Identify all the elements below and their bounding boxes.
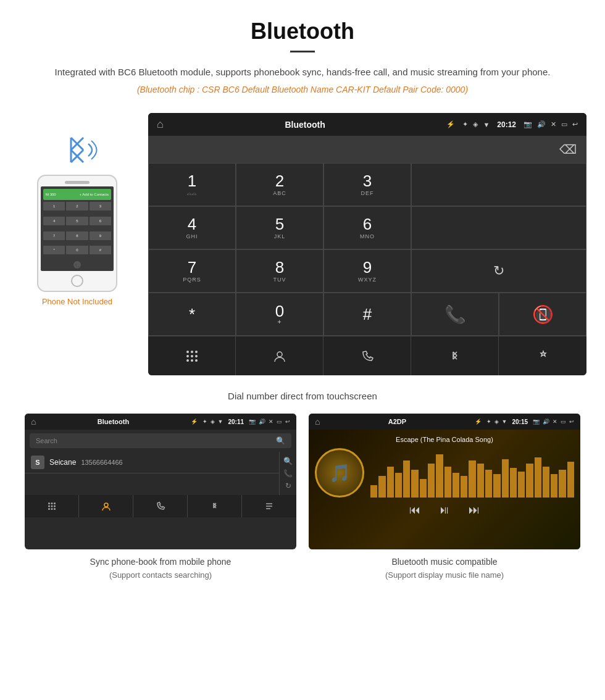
music-sig-icon: ▼: [502, 419, 507, 425]
visualizer-bar: [535, 457, 541, 498]
home-icon[interactable]: ⌂: [157, 118, 164, 131]
pb-search-icon: 🔍: [276, 436, 285, 445]
svg-point-28: [54, 508, 56, 510]
dialer-empty-2: [411, 206, 586, 249]
dial-key-4[interactable]: 4 GHI: [148, 206, 236, 249]
end-call-button[interactable]: 📵: [499, 293, 586, 336]
dialer-title: Bluetooth: [171, 120, 440, 130]
close-icon[interactable]: ✕: [551, 120, 556, 128]
status-icons: ✦ ◈ ▼: [462, 120, 490, 128]
bottom-screens-section: ⌂ Bluetooth ⚡ ✦ ◈ ▼ 20:11 📷 🔊 ✕ ▭ ↩: [0, 414, 605, 581]
pb-settings-btn[interactable]: [242, 495, 296, 517]
visualizer-bar: [420, 479, 427, 498]
music-cam-icon: 📷: [533, 419, 540, 425]
dial-key-5[interactable]: 5 JKL: [236, 206, 323, 249]
back-icon[interactable]: ↩: [572, 120, 578, 128]
phone-key: 6: [90, 217, 111, 225]
phonebook-screen-wrapper: ⌂ Bluetooth ⚡ ✦ ◈ ▼ 20:11 📷 🔊 ✕ ▭ ↩: [19, 414, 302, 581]
pb-home-icon[interactable]: ⌂: [31, 417, 36, 427]
phone-button[interactable]: [323, 336, 411, 375]
phone-key: 0: [66, 246, 88, 254]
music-caption-line1: Bluetooth music compatible: [391, 557, 497, 567]
header-divider: [290, 51, 315, 52]
pb-contact-name: Seicane: [49, 458, 76, 467]
play-pause-button[interactable]: ⏯: [439, 504, 450, 517]
svg-point-29: [104, 503, 108, 507]
svg-point-6: [191, 351, 193, 353]
phone-not-included-label: Phone Not Included: [42, 297, 112, 306]
music-close-icon[interactable]: ✕: [553, 419, 557, 425]
visualizer-bar: [543, 467, 549, 498]
pb-search-placeholder: Search: [36, 437, 57, 444]
music-main-area: 🎵: [315, 448, 574, 498]
location-icon: ◈: [473, 120, 478, 128]
phone-speaker: [65, 181, 90, 184]
pb-search-bar[interactable]: Search 🔍: [30, 433, 291, 448]
dial-key-1[interactable]: 1 ⌓⌓: [148, 163, 236, 206]
pb-bt-btn[interactable]: [188, 495, 242, 517]
prev-track-button[interactable]: ⏮: [409, 504, 420, 517]
contacts-button[interactable]: [236, 336, 323, 375]
pb-contact-row[interactable]: S Seicane 13566664466: [25, 452, 279, 473]
music-topbar: ⌂ A2DP ⚡ ✦ ◈ ▼ 20:15 📷 🔊 ✕ ▭ ↩: [309, 414, 580, 430]
phone-screen-top: M 300 + Add to Contacts: [43, 189, 111, 200]
pb-status-icons: ✦ ◈ ▼: [202, 419, 223, 425]
music-right-icons: 📷 🔊 ✕ ▭ ↩: [533, 419, 574, 425]
visualizer-bar: [436, 454, 443, 498]
phone-key: *: [43, 246, 65, 254]
dial-key-8[interactable]: 8 TUV: [236, 249, 323, 293]
pb-phone-btn[interactable]: [133, 495, 188, 517]
music-controls: ⏮ ⏯ ⏭: [315, 504, 574, 517]
music-home-icon[interactable]: ⌂: [315, 417, 320, 427]
svg-point-20: [48, 502, 50, 504]
pb-loc-icon: ◈: [211, 419, 215, 425]
header-description: Integrated with BC6 Bluetooth module, su…: [37, 65, 568, 80]
bluetooth-wave-icon: [52, 131, 102, 175]
visualizer-bar: [502, 459, 509, 498]
pb-contacts-btn[interactable]: [79, 495, 133, 517]
dial-key-0[interactable]: 0 +: [236, 293, 323, 336]
dial-key-star[interactable]: *: [148, 293, 236, 336]
bluetooth-button[interactable]: [411, 336, 499, 375]
phone-illustration: M 300 + Add to Contacts 1 2 3 4 5 6 7 8 …: [19, 113, 136, 306]
dial-key-2[interactable]: 2 ABC: [236, 163, 323, 206]
visualizer-bar: [551, 474, 557, 498]
pb-usb-icon: ⚡: [191, 419, 198, 425]
dial-key-hash[interactable]: #: [323, 293, 411, 336]
music-win-icon: ▭: [561, 419, 566, 425]
dialpad-button[interactable]: [148, 336, 236, 375]
phone-key: 5: [66, 217, 88, 225]
dial-key-9[interactable]: 9 WXYZ: [323, 249, 411, 293]
dial-key-3[interactable]: 3 DEF: [323, 163, 411, 206]
window-icon: ▭: [561, 120, 567, 128]
music-back-icon[interactable]: ↩: [569, 419, 574, 425]
call-button[interactable]: 📞: [411, 293, 499, 336]
next-track-button[interactable]: ⏭: [469, 504, 480, 517]
dial-key-6[interactable]: 6 MNO: [323, 206, 411, 249]
dialer-time: 20:12: [497, 120, 516, 129]
phone-mockup: M 300 + Add to Contacts 1 2 3 4 5 6 7 8 …: [37, 175, 117, 292]
dialer-bottom-bar: [148, 336, 586, 375]
dial-caption: Dial number direct from touchscreen: [0, 385, 605, 414]
backspace-button[interactable]: ⌫: [559, 142, 577, 157]
svg-point-10: [195, 355, 198, 357]
svg-point-24: [51, 506, 52, 507]
pb-close-icon[interactable]: ✕: [269, 419, 273, 425]
svg-point-27: [51, 508, 52, 510]
pb-back-icon[interactable]: ↩: [285, 419, 290, 425]
visualizer-bar: [477, 464, 484, 498]
music-screen-wrapper: ⌂ A2DP ⚡ ✦ ◈ ▼ 20:15 📷 🔊 ✕ ▭ ↩: [302, 414, 586, 581]
settings-button[interactable]: [499, 336, 586, 375]
svg-point-13: [195, 359, 198, 362]
pb-contact-letter: S: [31, 456, 44, 469]
music-status-icons: ✦ ◈ ▼: [486, 419, 507, 425]
dial-key-7[interactable]: 7 PQRS: [148, 249, 236, 293]
header-specs: (Bluetooth chip : CSR BC6 Default Blueto…: [37, 85, 568, 94]
svg-point-5: [186, 351, 189, 353]
pb-dialpad-btn[interactable]: [25, 495, 79, 517]
svg-point-22: [54, 502, 56, 504]
svg-point-21: [51, 502, 52, 504]
pb-sig-icon: ▼: [218, 419, 223, 425]
pb-phone-right-icon: 📞: [283, 469, 293, 478]
pb-refresh-right-icon: ↻: [285, 481, 291, 490]
